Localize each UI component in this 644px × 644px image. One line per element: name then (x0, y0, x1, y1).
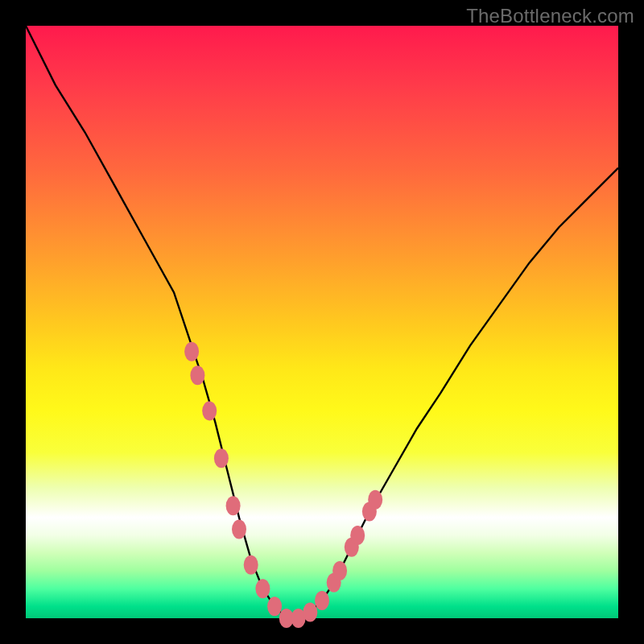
marker-point (332, 561, 347, 580)
marker-point (267, 597, 282, 616)
marker-point (226, 496, 241, 515)
watermark-text: TheBottleneck.com (466, 5, 634, 27)
marker-point (255, 579, 270, 598)
marker-group (184, 342, 382, 628)
marker-point (303, 603, 317, 622)
marker-point (368, 490, 382, 510)
marker-point (315, 591, 329, 610)
marker-point (350, 526, 365, 545)
marker-point (190, 365, 204, 385)
marker-point (214, 448, 229, 468)
bottleneck-curve (26, 26, 618, 618)
marker-point (184, 342, 199, 361)
chart-frame: TheBottleneck.com (0, 0, 644, 644)
marker-point (202, 401, 217, 420)
marker-point (232, 520, 246, 539)
marker-point (244, 555, 258, 575)
plot-area (26, 26, 618, 618)
chart-svg (26, 26, 618, 618)
